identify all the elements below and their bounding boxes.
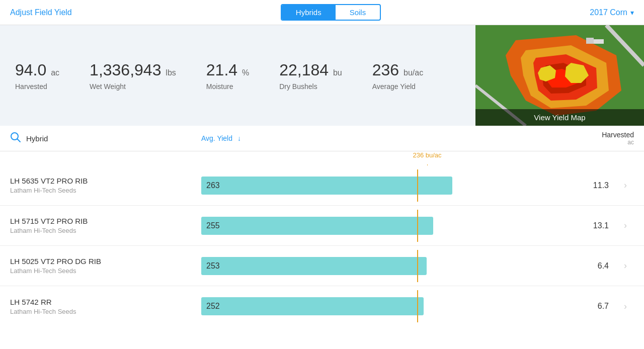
tab-group: Hybrids Soils bbox=[281, 4, 381, 21]
table-section: Hybrid Avg. Yield ↓ Harvested ac 236 bu/… bbox=[0, 126, 644, 326]
avg-yield-line-label: 236 bu/ac bbox=[413, 151, 441, 159]
sort-down-icon: ↓ bbox=[237, 134, 241, 142]
hybrid-sub: Latham Hi-Tech Seeds bbox=[10, 308, 201, 315]
stat-wet-weight: 1,336,943 lbs Wet Weight bbox=[90, 61, 176, 91]
col-yield-label: Avg. Yield bbox=[201, 134, 232, 142]
hybrid-sub: Latham Hi-Tech Seeds bbox=[10, 267, 201, 275]
stats-bar: 94.0 ac Harvested 1,336,943 lbs Wet Weig… bbox=[0, 25, 644, 126]
stat-moisture: 21.4 % Moisture bbox=[206, 61, 249, 91]
wet-weight-unit: lbs bbox=[166, 68, 176, 77]
row-harvested: 13.1 bbox=[523, 221, 624, 230]
table-row[interactable]: LH 5025 VT2 PRO DG RIB Latham Hi-Tech Se… bbox=[0, 246, 644, 286]
hybrid-sub: Latham Hi-Tech Seeds bbox=[10, 227, 201, 234]
harvested-label: Harvested bbox=[15, 82, 59, 91]
avg-line-label-container: 236 bu/ac bbox=[191, 151, 543, 165]
hybrid-name: LH 5715 VT2 PRO RIB bbox=[10, 217, 201, 225]
table-row[interactable]: LH 5715 VT2 PRO RIB Latham Hi-Tech Seeds… bbox=[0, 206, 644, 246]
avg-vertical-line bbox=[417, 250, 418, 282]
row-bar-area: 253 bbox=[201, 255, 523, 277]
svg-rect-11 bbox=[586, 38, 594, 44]
header: Adjust Field Yield Hybrids Soils 2017 Co… bbox=[0, 0, 644, 25]
yield-bar: 252 bbox=[201, 297, 424, 315]
row-harvested: 11.3 bbox=[523, 181, 624, 190]
yield-bar: 263 bbox=[201, 177, 452, 195]
yield-bar: 253 bbox=[201, 257, 427, 275]
hybrid-name: LH 5025 VT2 PRO DG RIB bbox=[10, 257, 201, 266]
avg-vertical-line bbox=[417, 210, 418, 242]
wet-weight-value: 1,336,943 bbox=[90, 61, 161, 79]
tab-soils[interactable]: Soils bbox=[336, 5, 380, 20]
row-hybrid-info: LH 5742 RR Latham Hi-Tech Seeds bbox=[10, 298, 201, 315]
row-bar-area: 255 bbox=[201, 215, 523, 237]
dry-bushels-value: 22,184 bbox=[279, 61, 329, 79]
row-detail-chevron[interactable]: › bbox=[624, 260, 634, 271]
season-selector[interactable]: 2017 Corn ▾ bbox=[590, 8, 634, 17]
svg-line-14 bbox=[18, 139, 21, 142]
stat-dry-bushels: 22,184 bu Dry Bushels bbox=[279, 61, 342, 91]
dry-bushels-unit: bu bbox=[333, 68, 342, 77]
row-detail-chevron[interactable]: › bbox=[624, 180, 634, 191]
table-row[interactable]: LH 5742 RR Latham Hi-Tech Seeds 252 6.7 … bbox=[0, 286, 644, 326]
row-bar-area: 263 bbox=[201, 175, 523, 197]
harvested-unit: ac bbox=[51, 68, 59, 77]
row-harvested: 6.7 bbox=[523, 302, 624, 311]
moisture-label: Moisture bbox=[206, 82, 249, 91]
row-hybrid-info: LH 5635 VT2 PRO RIB Latham Hi-Tech Seeds bbox=[10, 177, 201, 194]
table-row[interactable]: LH 5635 VT2 PRO RIB Latham Hi-Tech Seeds… bbox=[0, 165, 644, 206]
hybrid-sub: Latham Hi-Tech Seeds bbox=[10, 187, 201, 194]
row-detail-chevron[interactable]: › bbox=[624, 220, 634, 231]
yield-map[interactable]: View Yield Map bbox=[475, 25, 644, 126]
yield-bar: 255 bbox=[201, 217, 433, 235]
dry-bushels-label: Dry Bushels bbox=[279, 82, 342, 91]
search-icon[interactable] bbox=[10, 132, 21, 145]
season-label: 2017 Corn bbox=[590, 8, 627, 17]
col-harvested-label: Harvested bbox=[533, 131, 634, 139]
harvested-value: 94.0 bbox=[15, 61, 46, 79]
col-hybrid-label: Hybrid bbox=[26, 134, 48, 143]
row-hybrid-info: LH 5715 VT2 PRO RIB Latham Hi-Tech Seeds bbox=[10, 217, 201, 234]
row-bar-area: 252 bbox=[201, 295, 523, 317]
stat-avg-yield: 236 bu/ac Average Yield bbox=[372, 61, 423, 91]
back-link[interactable]: Adjust Field Yield bbox=[10, 8, 72, 17]
avg-yield-value: 236 bbox=[372, 61, 399, 79]
stat-harvested: 94.0 ac Harvested bbox=[15, 61, 59, 91]
view-yield-map-label[interactable]: View Yield Map bbox=[475, 109, 644, 126]
col-hybrid-header: Hybrid bbox=[10, 132, 201, 145]
header-left: Adjust Field Yield bbox=[10, 8, 72, 17]
chevron-down-icon: ▾ bbox=[630, 9, 634, 17]
avg-vertical-line bbox=[417, 290, 418, 322]
hybrid-name: LH 5742 RR bbox=[10, 298, 201, 306]
row-detail-chevron[interactable]: › bbox=[624, 301, 634, 312]
moisture-value: 21.4 bbox=[206, 61, 237, 79]
col-yield-header[interactable]: Avg. Yield ↓ bbox=[201, 134, 533, 142]
col-harvested-unit: ac bbox=[533, 139, 634, 146]
svg-rect-12 bbox=[594, 39, 604, 44]
tab-hybrids[interactable]: Hybrids bbox=[282, 5, 336, 20]
avg-yield-label: Average Yield bbox=[372, 82, 423, 91]
moisture-unit: % bbox=[242, 68, 249, 77]
data-rows: LH 5635 VT2 PRO RIB Latham Hi-Tech Seeds… bbox=[0, 165, 644, 326]
avg-line-row: 236 bu/ac bbox=[191, 151, 543, 165]
hybrid-name: LH 5635 VT2 PRO RIB bbox=[10, 177, 201, 185]
avg-yield-unit: bu/ac bbox=[404, 68, 423, 77]
row-harvested: 6.4 bbox=[523, 261, 624, 271]
col-harvested-header: Harvested ac bbox=[533, 131, 634, 146]
avg-vertical-line bbox=[417, 169, 418, 202]
wet-weight-label: Wet Weight bbox=[90, 82, 176, 91]
row-hybrid-info: LH 5025 VT2 PRO DG RIB Latham Hi-Tech Se… bbox=[10, 257, 201, 275]
table-header: Hybrid Avg. Yield ↓ Harvested ac bbox=[0, 126, 644, 151]
